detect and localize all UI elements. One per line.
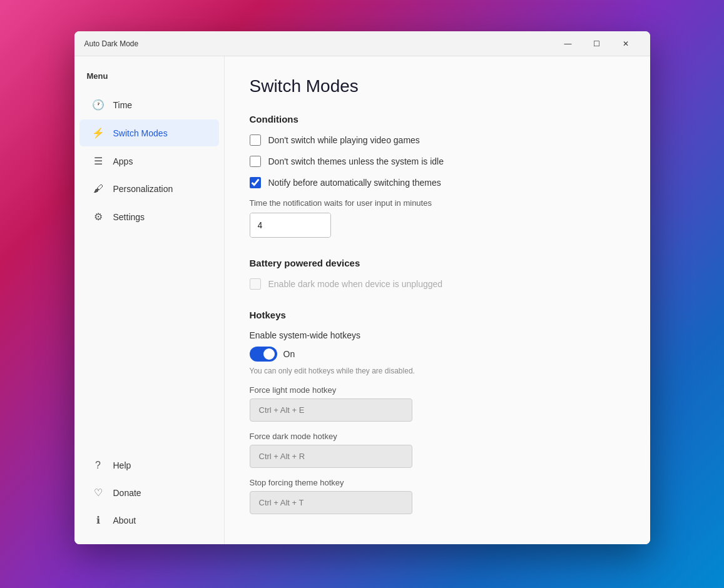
notify-minutes-input[interactable] bbox=[250, 213, 331, 237]
sidebar-item-personalization-label: Personalization bbox=[113, 184, 173, 194]
hotkeys-toggle[interactable] bbox=[250, 347, 277, 362]
sidebar-item-settings-label: Settings bbox=[113, 212, 145, 222]
sidebar-item-help-label: Help bbox=[113, 460, 131, 470]
games-checkbox[interactable] bbox=[250, 134, 261, 146]
personalization-icon: 🖌 bbox=[92, 183, 105, 195]
notify-sublabel: Time the notification waits for user inp… bbox=[250, 198, 625, 208]
main-content: Switch Modes Conditions Don't switch whi… bbox=[225, 56, 650, 544]
lightning-icon: ⚡ bbox=[92, 127, 105, 139]
force-light-section: Force light mode hotkey Ctrl + Alt + E bbox=[250, 385, 625, 422]
force-dark-label: Force dark mode hotkey bbox=[250, 432, 625, 441]
force-dark-section: Force dark mode hotkey Ctrl + Alt + R bbox=[250, 432, 625, 468]
sidebar-item-apps-label: Apps bbox=[113, 156, 133, 166]
toggle-thumb bbox=[263, 348, 275, 360]
stop-forcing-field: Ctrl + Alt + T bbox=[250, 491, 412, 514]
idle-checkbox-row: Don't switch themes unless the system is… bbox=[250, 156, 625, 167]
sidebar-item-about[interactable]: ℹ About bbox=[79, 507, 219, 534]
toggle-state-label: On bbox=[283, 349, 295, 359]
toggle-row: On bbox=[250, 347, 625, 362]
app-window: Auto Dark Mode — ☐ ✕ Menu 🕐 Time ⚡ Switc… bbox=[74, 31, 650, 544]
sidebar: Menu 🕐 Time ⚡ Switch Modes ☰ Apps 🖌 Pers… bbox=[74, 56, 225, 544]
battery-title: Battery powered devices bbox=[250, 258, 625, 268]
notify-checkbox[interactable] bbox=[250, 177, 261, 188]
force-light-field: Ctrl + Alt + E bbox=[250, 398, 412, 422]
hotkeys-title: Hotkeys bbox=[250, 310, 625, 320]
games-checkbox-row: Don't switch while playing video games bbox=[250, 134, 625, 146]
idle-checkbox[interactable] bbox=[250, 156, 261, 167]
force-light-label: Force light mode hotkey bbox=[250, 385, 625, 395]
minimize-button[interactable]: — bbox=[554, 34, 583, 54]
window-controls: — ☐ ✕ bbox=[554, 34, 640, 54]
info-icon: ℹ bbox=[92, 514, 105, 526]
sidebar-item-time-label: Time bbox=[113, 100, 133, 110]
sidebar-item-switch-modes[interactable]: ⚡ Switch Modes bbox=[79, 119, 219, 146]
gear-icon: ⚙ bbox=[92, 211, 105, 223]
enable-hotkeys-label: Enable system-wide hotkeys bbox=[250, 330, 625, 340]
notify-minutes-spinner[interactable]: ▲ ▼ bbox=[250, 213, 331, 238]
titlebar: Auto Dark Mode — ☐ ✕ bbox=[74, 31, 650, 56]
window-title: Auto Dark Mode bbox=[84, 39, 139, 48]
content-area: Menu 🕐 Time ⚡ Switch Modes ☰ Apps 🖌 Pers… bbox=[74, 56, 650, 544]
hotkeys-section: Hotkeys Enable system-wide hotkeys On Yo… bbox=[250, 310, 625, 514]
toggle-track bbox=[250, 347, 277, 362]
battery-label: Enable dark mode when device is unplugge… bbox=[268, 279, 443, 289]
clock-icon: 🕐 bbox=[92, 99, 105, 111]
sidebar-item-switch-modes-label: Switch Modes bbox=[113, 128, 168, 138]
sidebar-item-donate[interactable]: ♡ Donate bbox=[79, 479, 219, 506]
hotkeys-info: You can only edit hotkeys while they are… bbox=[250, 367, 625, 375]
notify-checkbox-row: Notify before automatically switching th… bbox=[250, 177, 625, 188]
stop-forcing-section: Stop forcing theme hotkey Ctrl + Alt + T bbox=[250, 478, 625, 514]
sidebar-item-help[interactable]: ? Help bbox=[79, 452, 219, 479]
sidebar-item-personalization[interactable]: 🖌 Personalization bbox=[79, 176, 219, 202]
stop-forcing-label: Stop forcing theme hotkey bbox=[250, 478, 625, 487]
close-button[interactable]: ✕ bbox=[611, 34, 640, 54]
maximize-button[interactable]: ☐ bbox=[583, 34, 611, 54]
menu-label: Menu bbox=[74, 66, 224, 91]
sidebar-bottom: ? Help ♡ Donate ℹ About bbox=[74, 452, 224, 544]
games-label[interactable]: Don't switch while playing video games bbox=[268, 135, 420, 145]
sidebar-item-apps[interactable]: ☰ Apps bbox=[79, 148, 219, 175]
battery-checkbox-row: Enable dark mode when device is unplugge… bbox=[250, 278, 625, 290]
battery-checkbox[interactable] bbox=[250, 278, 261, 290]
heart-icon: ♡ bbox=[92, 487, 105, 499]
sidebar-item-time[interactable]: 🕐 Time bbox=[79, 91, 219, 118]
page-title: Switch Modes bbox=[250, 76, 625, 96]
help-icon: ? bbox=[92, 460, 105, 471]
idle-label[interactable]: Don't switch themes unless the system is… bbox=[268, 156, 444, 166]
apps-icon: ☰ bbox=[92, 155, 105, 167]
conditions-section: Conditions Don't switch while playing vi… bbox=[250, 114, 625, 238]
sidebar-item-settings[interactable]: ⚙ Settings bbox=[79, 203, 219, 230]
conditions-title: Conditions bbox=[250, 114, 625, 124]
sidebar-item-about-label: About bbox=[113, 515, 136, 525]
notify-label[interactable]: Notify before automatically switching th… bbox=[268, 178, 441, 188]
force-dark-field: Ctrl + Alt + R bbox=[250, 445, 412, 468]
sidebar-item-donate-label: Donate bbox=[113, 488, 141, 498]
battery-section: Battery powered devices Enable dark mode… bbox=[250, 258, 625, 290]
